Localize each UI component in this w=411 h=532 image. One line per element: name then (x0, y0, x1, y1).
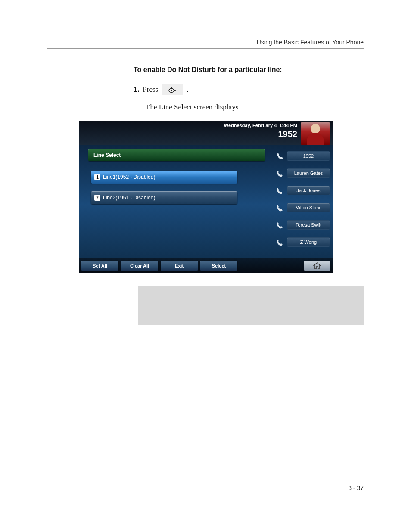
softkey-clear-all[interactable]: Clear All (121, 261, 158, 271)
side-item-contact[interactable]: Milton Stone (275, 202, 330, 214)
handset-icon (275, 151, 285, 161)
side-item-self[interactable]: 1952 (275, 150, 330, 162)
side-label: Lauren Gates (287, 168, 330, 178)
section-heading: To enable Do Not Disturb for a particula… (134, 66, 364, 74)
side-label: 1952 (287, 151, 330, 161)
step-verb: Press (143, 85, 158, 94)
user-avatar (301, 122, 330, 145)
side-label: Teresa Swift (287, 220, 330, 230)
phonebook-icon (275, 237, 285, 247)
line-item-2[interactable]: 2 Line2(1951 - Disabled) (91, 191, 237, 204)
phone-screenshot: Wednesday, February 4 1:44 PM 1952 Line … (79, 121, 333, 273)
side-label: Milton Stone (287, 203, 330, 212)
side-item-contact[interactable]: Lauren Gates (275, 167, 330, 179)
side-item-contact[interactable]: Z Wong (275, 236, 330, 248)
side-item-contact[interactable]: Jack Jones (275, 184, 330, 196)
side-item-contact[interactable]: Teresa Swift (275, 219, 330, 231)
dnd-button-icon (162, 84, 183, 95)
status-date: Wednesday, February 4 (224, 123, 277, 128)
softkey-bar: Set All Clear All Exit Select (79, 258, 333, 273)
note-block (138, 286, 364, 325)
phonebook-icon (275, 185, 285, 196)
status-extension: 1952 (224, 128, 297, 140)
step-period: . (187, 85, 188, 94)
side-label: Jack Jones (287, 186, 330, 195)
svg-point-1 (171, 90, 172, 91)
step-1: 1. Press . (134, 84, 364, 95)
svg-point-2 (174, 90, 176, 91)
panel-title: Line Select (88, 149, 265, 161)
line-label: Line1(1952 - Disabled) (103, 174, 155, 180)
home-button[interactable] (304, 261, 330, 271)
line-item-1[interactable]: 1 Line1(1952 - Disabled) (91, 171, 237, 184)
line-badge: 1 (94, 174, 100, 180)
step-subtext: The Line Select screen displays. (146, 103, 364, 112)
status-time: 1:44 PM (279, 123, 297, 128)
phonebook-icon (275, 202, 285, 213)
line-badge: 2 (94, 195, 100, 201)
softkey-select[interactable]: Select (200, 261, 237, 271)
home-icon (313, 262, 321, 269)
phonebook-icon (275, 220, 285, 230)
running-head: Using the Basic Features of Your Phone (47, 39, 364, 49)
softkey-set-all[interactable]: Set All (81, 261, 118, 271)
side-column: 1952 Lauren Gates Jack Jones Milton Ston… (275, 145, 333, 258)
page-number: 3 - 37 (348, 485, 364, 492)
step-number: 1. (134, 86, 139, 93)
status-bar: Wednesday, February 4 1:44 PM 1952 (79, 121, 333, 145)
line-label: Line2(1951 - Disabled) (103, 195, 155, 201)
softkey-exit[interactable]: Exit (161, 261, 198, 271)
phonebook-icon (275, 168, 285, 178)
side-label: Z Wong (287, 237, 330, 247)
